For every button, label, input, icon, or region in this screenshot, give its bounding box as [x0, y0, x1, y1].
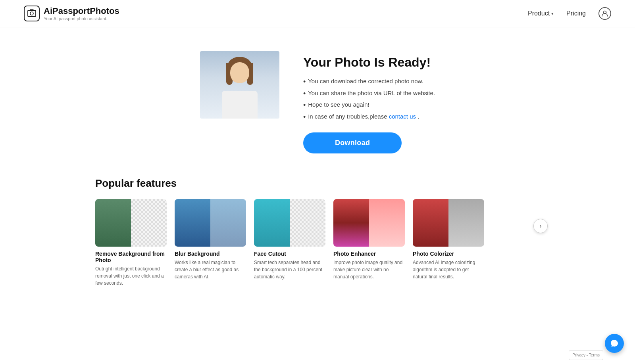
bullet-2: • You can share the photo via URL of the… — [303, 90, 435, 98]
fi-half-right-2 — [210, 199, 246, 247]
feature-name-2: Blur Background — [175, 251, 246, 257]
chevron-down-icon: ▾ — [551, 11, 554, 16]
feature-card-4[interactable]: Photo Enhancer Improve photo image quali… — [333, 199, 405, 287]
feature-desc-4: Improve photo image quality and make pic… — [333, 259, 405, 280]
logo-icon — [24, 6, 40, 21]
fi-half-left-2 — [175, 199, 210, 247]
feature-desc-1: Outright intelligent background removal … — [95, 265, 167, 287]
photo-image — [200, 51, 279, 119]
nav-product[interactable]: Product ▾ — [528, 10, 554, 17]
feature-card-2[interactable]: Blur Background Works like a real magici… — [175, 199, 246, 287]
feature-desc-3: Smart tech separates head and the backgr… — [254, 259, 325, 280]
fi-bg-2 — [175, 199, 246, 247]
fi-half-right-5 — [448, 199, 484, 247]
feature-desc-2: Works like a real magician to create a b… — [175, 259, 246, 280]
feature-card-5[interactable]: Photo Colorizer Advanced AI image colori… — [413, 199, 484, 287]
bullet-text-1: You can download the corrected photo now… — [308, 78, 423, 84]
logo-subtitle: Your AI passport photo assistant. — [44, 16, 119, 21]
contact-link[interactable]: contact us — [389, 113, 416, 120]
fi-half-left-4 — [333, 199, 369, 247]
bullet-text-2: You can share the photo via URL of the w… — [308, 90, 435, 96]
bullet-dot-3: • — [303, 101, 306, 110]
logo-title: AiPassportPhotos — [44, 6, 119, 16]
bullet-1: • You can download the corrected photo n… — [303, 78, 435, 86]
feature-image-3 — [254, 199, 325, 247]
fi-half-left-5 — [413, 199, 448, 247]
feature-name-4: Photo Enhancer — [333, 251, 405, 257]
feature-image-1 — [95, 199, 167, 247]
header: AiPassportPhotos Your AI passport photo … — [0, 0, 635, 27]
svg-rect-0 — [28, 10, 36, 17]
logo-text-block: AiPassportPhotos Your AI passport photo … — [44, 6, 119, 21]
fi-half-right-4 — [369, 199, 405, 247]
passport-photo-preview — [200, 51, 279, 119]
logo-area[interactable]: AiPassportPhotos Your AI passport photo … — [24, 6, 119, 21]
nav-product-label: Product — [528, 10, 550, 17]
recaptcha-badge: Privacy - Terms — [569, 350, 603, 360]
feature-image-4 — [333, 199, 405, 247]
fi-half-right-1 — [131, 199, 167, 247]
carousel-next-button[interactable]: › — [533, 219, 548, 233]
download-button[interactable]: Download — [303, 132, 402, 153]
fi-half-right-3 — [290, 199, 325, 247]
bullet-dot-1: • — [303, 78, 306, 86]
recaptcha-text: Privacy - Terms — [572, 353, 600, 357]
hero-bullets: • You can download the corrected photo n… — [303, 78, 435, 121]
features-grid: Remove Background from Photo Outright in… — [95, 199, 484, 287]
feature-card-3[interactable]: Face Cutout Smart tech separates head an… — [254, 199, 325, 287]
bullet-text-4: In case of any troubles,please contact u… — [308, 113, 419, 120]
fi-half-left-1 — [95, 199, 131, 247]
face — [230, 62, 249, 83]
feature-name-5: Photo Colorizer — [413, 251, 484, 257]
features-title: Popular features — [95, 177, 540, 190]
feature-card-1[interactable]: Remove Background from Photo Outright in… — [95, 199, 167, 287]
bullet-dot-2: • — [303, 90, 306, 98]
features-section: Popular features Remove Background from … — [0, 169, 635, 310]
feature-desc-5: Advanced AI image colorizing algorithm i… — [413, 259, 484, 280]
nav-pricing[interactable]: Pricing — [566, 10, 586, 17]
svg-point-1 — [30, 12, 33, 15]
bullet-4: • In case of any troubles,please contact… — [303, 113, 435, 122]
bullet-dot-4: • — [303, 113, 306, 122]
fi-bg-5 — [413, 199, 484, 247]
main-nav: Product ▾ Pricing — [528, 7, 611, 20]
user-account-icon[interactable] — [598, 7, 611, 20]
girl-figure — [200, 51, 279, 119]
body — [222, 91, 258, 119]
chat-button[interactable] — [605, 334, 624, 353]
fi-half-left-3 — [254, 199, 290, 247]
hero-title: Your Photo Is Ready! — [303, 55, 435, 70]
fi-bg-1 — [95, 199, 167, 247]
fi-bg-3 — [254, 199, 325, 247]
feature-name-1: Remove Background from Photo — [95, 251, 167, 263]
feature-name-3: Face Cutout — [254, 251, 325, 257]
bullet-text-3: Hope to see you again! — [308, 101, 369, 108]
nav-pricing-label: Pricing — [566, 10, 586, 17]
feature-image-5 — [413, 199, 484, 247]
fi-bg-4 — [333, 199, 405, 247]
feature-image-2 — [175, 199, 246, 247]
features-carousel: Remove Background from Photo Outright in… — [95, 199, 540, 287]
hero-section: Your Photo Is Ready! • You can download … — [0, 27, 635, 169]
hero-content: Your Photo Is Ready! • You can download … — [303, 51, 435, 153]
bullet-3: • Hope to see you again! — [303, 101, 435, 110]
